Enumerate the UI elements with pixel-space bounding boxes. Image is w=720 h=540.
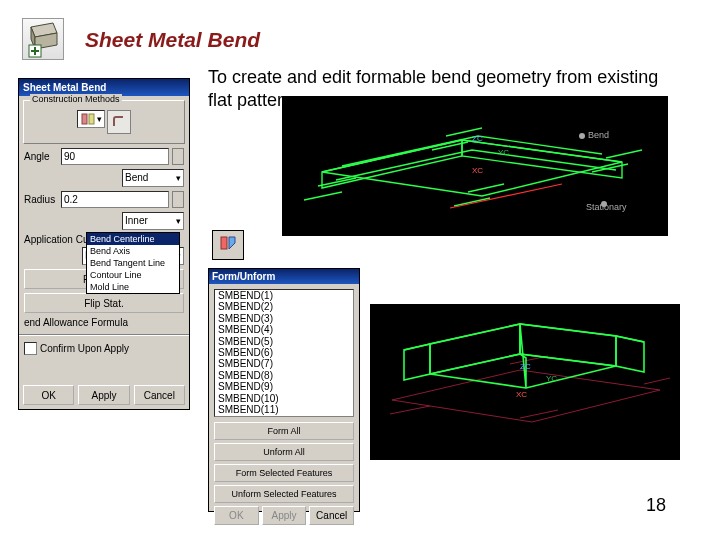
svg-line-18 — [468, 184, 504, 192]
svg-marker-29 — [430, 324, 520, 374]
angle-label: Angle — [24, 151, 58, 162]
baf-label: end Allowance Formula — [24, 317, 184, 328]
svg-line-26 — [644, 378, 670, 384]
flip-stat-button[interactable]: Flip Stat. — [24, 293, 184, 313]
list-item[interactable]: SMBEND(2) — [215, 301, 353, 312]
feature-list[interactable]: SMBEND(1) SMBEND(2) SMBEND(3) SMBEND(4) … — [214, 289, 354, 417]
form-unform-dialog: Form/Unform SMBEND(1) SMBEND(2) SMBEND(3… — [208, 268, 360, 512]
list-item[interactable]: SMBEND(7) — [215, 358, 353, 369]
svg-line-19 — [454, 198, 490, 206]
bend-select[interactable]: Bend — [122, 169, 184, 187]
apply-button[interactable]: Apply — [78, 385, 129, 405]
radius-input[interactable]: 0.2 — [61, 191, 169, 208]
svg-rect-6 — [82, 114, 87, 124]
group-label: Construction Methods — [30, 94, 122, 104]
curve-type-dropdown[interactable]: Bend Centerline Bend Axis Bend Tangent L… — [86, 232, 180, 294]
list-item[interactable]: SMBEND(11) — [215, 404, 353, 415]
list-item[interactable]: SMBEND(6) — [215, 347, 353, 358]
svg-rect-8 — [221, 237, 227, 249]
radius-label: Radius — [24, 194, 58, 205]
form-selected-button[interactable]: Form Selected Features — [214, 464, 354, 482]
method-icon-1[interactable] — [77, 110, 105, 128]
list-item[interactable]: SMBEND(5) — [215, 336, 353, 347]
axis-z: ZC — [520, 362, 531, 371]
list-item[interactable]: SMBEND(9) — [215, 381, 353, 392]
list-item[interactable]: Bend Centerline — [87, 233, 179, 245]
axis-x: XC — [472, 166, 483, 175]
ok-button[interactable]: OK — [23, 385, 74, 405]
unform-all-button[interactable]: Unform All — [214, 443, 354, 461]
dialog-title: Form/Unform — [209, 269, 359, 284]
method-icon-2[interactable] — [107, 110, 131, 134]
svg-point-21 — [579, 133, 585, 139]
form-all-button[interactable]: Form All — [214, 422, 354, 440]
svg-line-20 — [450, 184, 562, 208]
sheet-metal-bend-icon — [22, 18, 64, 60]
list-item[interactable]: SMBEND(3) — [215, 313, 353, 324]
svg-line-16 — [606, 150, 642, 158]
svg-marker-33 — [520, 324, 526, 388]
list-item[interactable]: Mold Line — [87, 281, 179, 293]
inner-select[interactable]: Inner — [122, 212, 184, 230]
svg-line-13 — [304, 192, 342, 200]
radius-spinner[interactable] — [172, 191, 184, 208]
list-item[interactable]: Bend Tangent Line — [87, 257, 179, 269]
axis-y: YC — [546, 374, 557, 383]
cad-view-formed: ZC YC XC — [370, 304, 680, 460]
cad-view-flat: ZC YC XC Bend Stationary — [282, 96, 668, 236]
list-item[interactable]: SMBEND(4) — [215, 324, 353, 335]
apply-button[interactable]: Apply — [262, 506, 307, 525]
angle-spinner[interactable] — [172, 148, 184, 165]
bend-callout: Bend — [588, 130, 609, 140]
page-number: 18 — [646, 495, 666, 516]
float-tool-icon[interactable] — [212, 230, 244, 260]
stationary-callout: Stationary — [586, 202, 627, 212]
list-item[interactable]: SMBEND(8) — [215, 370, 353, 381]
unform-selected-button[interactable]: Unform Selected Features — [214, 485, 354, 503]
svg-rect-5 — [31, 50, 39, 52]
axis-z: ZC — [472, 134, 483, 143]
axis-x: XC — [516, 390, 527, 399]
cancel-button[interactable]: Cancel — [134, 385, 185, 405]
angle-input[interactable]: 90 — [61, 148, 169, 165]
list-item[interactable]: Contour Line — [87, 269, 179, 281]
checkbox-icon — [24, 342, 37, 355]
list-item[interactable]: SMBEND(1) — [215, 290, 353, 301]
axis-y: YC — [498, 148, 509, 157]
page-title: Sheet Metal Bend — [85, 28, 260, 52]
list-item[interactable]: Bend Axis — [87, 245, 179, 257]
svg-line-24 — [390, 406, 430, 414]
list-item[interactable]: SMBEND(10) — [215, 393, 353, 404]
confirm-checkbox[interactable]: Confirm Upon Apply — [24, 342, 184, 355]
svg-rect-7 — [89, 114, 94, 124]
cancel-button[interactable]: Cancel — [309, 506, 354, 525]
ok-button[interactable]: OK — [214, 506, 259, 525]
